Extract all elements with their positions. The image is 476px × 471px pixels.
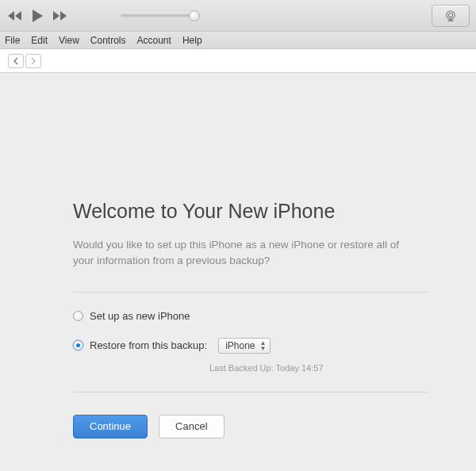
volume-slider[interactable]: [121, 14, 200, 17]
chevron-left-icon: [13, 57, 19, 65]
last-backup-label: Last Backed Up: Today 14:57: [209, 363, 428, 373]
divider: [73, 292, 428, 293]
menu-view[interactable]: View: [59, 35, 79, 46]
option-restore-backup[interactable]: Restore from this backup: iPhone ▲▼: [73, 338, 428, 354]
page-title: Welcome to Your New iPhone: [73, 200, 428, 223]
rewind-icon[interactable]: [6, 10, 24, 21]
airplay-icon: [443, 10, 458, 22]
menu-help[interactable]: Help: [182, 35, 202, 46]
option-setup-new[interactable]: Set up as new iPhone: [73, 310, 428, 322]
action-buttons: Continue Cancel: [73, 415, 428, 438]
fast-forward-icon[interactable]: [51, 10, 68, 21]
chevron-right-icon: [30, 57, 36, 65]
menu-controls[interactable]: Controls: [90, 35, 126, 46]
menu-edit[interactable]: Edit: [31, 35, 48, 46]
playback-toolbar: [0, 0, 476, 32]
page-subtitle: Would you like to set up this iPhone as …: [73, 237, 406, 270]
continue-button[interactable]: Continue: [73, 415, 148, 438]
radio-restore-backup[interactable]: [73, 340, 83, 350]
divider: [73, 392, 428, 392]
menu-file[interactable]: File: [5, 35, 20, 46]
play-icon[interactable]: [29, 9, 46, 23]
nav-bar: [0, 49, 476, 73]
backup-select-value: iPhone: [225, 340, 255, 351]
cancel-button[interactable]: Cancel: [159, 415, 224, 438]
menu-bar: File Edit View Controls Account Help: [0, 32, 476, 49]
setup-options: Set up as new iPhone Restore from this b…: [73, 310, 428, 373]
select-arrows-icon: ▲▼: [260, 340, 267, 351]
nav-back-button[interactable]: [8, 54, 24, 68]
option-restore-backup-label: Restore from this backup:: [90, 339, 207, 351]
volume-thumb[interactable]: [189, 10, 200, 21]
airplay-button[interactable]: [432, 5, 470, 27]
svg-point-1: [448, 13, 452, 17]
radio-setup-new[interactable]: [73, 311, 83, 321]
backup-select[interactable]: iPhone ▲▼: [218, 338, 270, 354]
main-content: Welcome to Your New iPhone Would you lik…: [0, 73, 476, 438]
nav-forward-button[interactable]: [25, 54, 41, 68]
option-setup-new-label: Set up as new iPhone: [90, 310, 190, 322]
menu-account[interactable]: Account: [137, 35, 171, 46]
